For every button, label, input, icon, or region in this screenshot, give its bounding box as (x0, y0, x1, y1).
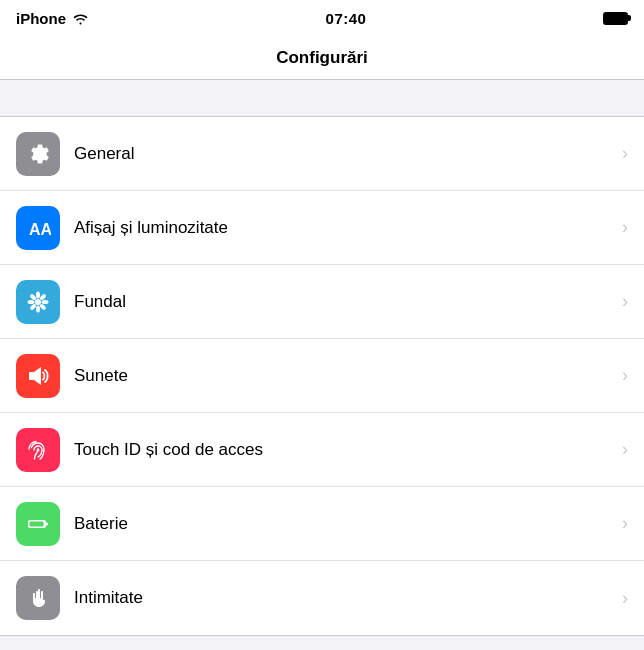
nav-bar: Configurări (0, 36, 644, 80)
touchid-chevron: › (622, 439, 628, 460)
page-title: Configurări (276, 48, 368, 68)
svg-marker-11 (34, 367, 41, 385)
svg-point-8 (39, 293, 47, 301)
list-item-display[interactable]: AA Afișaj și luminozitate › (0, 191, 644, 265)
list-item-wallpaper[interactable]: Fundal › (0, 265, 644, 339)
list-item-general[interactable]: General › (0, 117, 644, 191)
svg-rect-10 (29, 372, 34, 380)
device-name: iPhone (16, 10, 66, 27)
wallpaper-icon (16, 280, 60, 324)
list-item-touchid[interactable]: Touch ID și cod de acces › (0, 413, 644, 487)
svg-point-5 (42, 300, 49, 304)
sounds-chevron: › (622, 365, 628, 386)
general-chevron: › (622, 143, 628, 164)
settings-list: General › AA Afișaj și luminozitate › (0, 116, 644, 636)
sounds-label: Sunete (74, 366, 614, 386)
svg-rect-15 (30, 521, 44, 526)
privacy-chevron: › (622, 588, 628, 609)
status-bar: iPhone 07:40 (0, 0, 644, 36)
list-item-sounds[interactable]: Sunete › (0, 339, 644, 413)
display-chevron: › (622, 217, 628, 238)
svg-point-9 (29, 303, 37, 311)
svg-point-12 (37, 448, 40, 451)
battery-chevron: › (622, 513, 628, 534)
status-time: 07:40 (326, 10, 367, 27)
status-left: iPhone (16, 10, 89, 27)
sounds-icon (16, 354, 60, 398)
privacy-label: Intimitate (74, 588, 614, 608)
section-spacer (0, 80, 644, 116)
display-icon: AA (16, 206, 60, 250)
svg-point-6 (29, 293, 37, 301)
svg-text:AA: AA (29, 221, 51, 238)
status-right (603, 12, 628, 25)
svg-point-7 (39, 303, 47, 311)
general-label: General (74, 144, 614, 164)
list-item-privacy[interactable]: Intimitate › (0, 561, 644, 635)
svg-rect-14 (46, 522, 48, 525)
battery-icon (16, 502, 60, 546)
svg-point-1 (35, 299, 41, 305)
svg-point-3 (36, 305, 40, 312)
touchid-icon (16, 428, 60, 472)
general-icon (16, 132, 60, 176)
svg-point-2 (36, 291, 40, 298)
wallpaper-chevron: › (622, 291, 628, 312)
battery-status-icon (603, 12, 628, 25)
privacy-icon (16, 576, 60, 620)
wifi-icon (72, 12, 89, 25)
wallpaper-label: Fundal (74, 292, 614, 312)
list-item-battery[interactable]: Baterie › (0, 487, 644, 561)
touchid-label: Touch ID și cod de acces (74, 440, 614, 460)
battery-label: Baterie (74, 514, 614, 534)
display-label: Afișaj și luminozitate (74, 218, 614, 238)
svg-point-4 (28, 300, 35, 304)
